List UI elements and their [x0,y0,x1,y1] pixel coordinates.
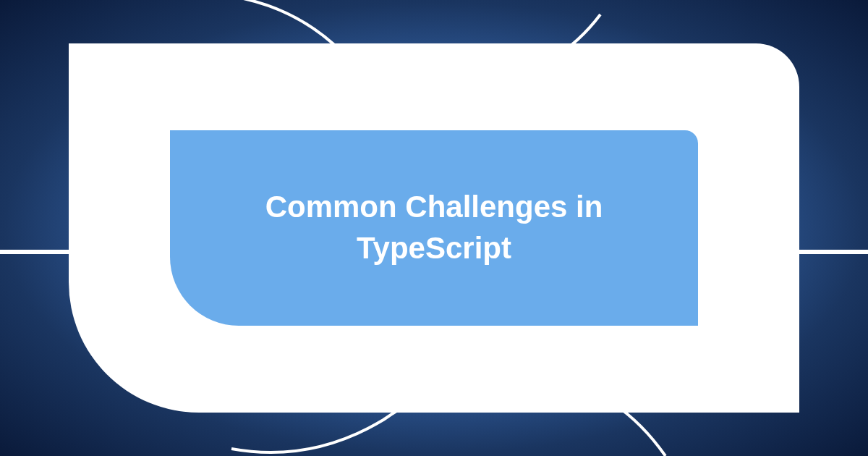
card-title: Common Challenges in TypeScript [213,187,655,269]
inner-blue-card: Common Challenges in TypeScript [170,130,698,326]
